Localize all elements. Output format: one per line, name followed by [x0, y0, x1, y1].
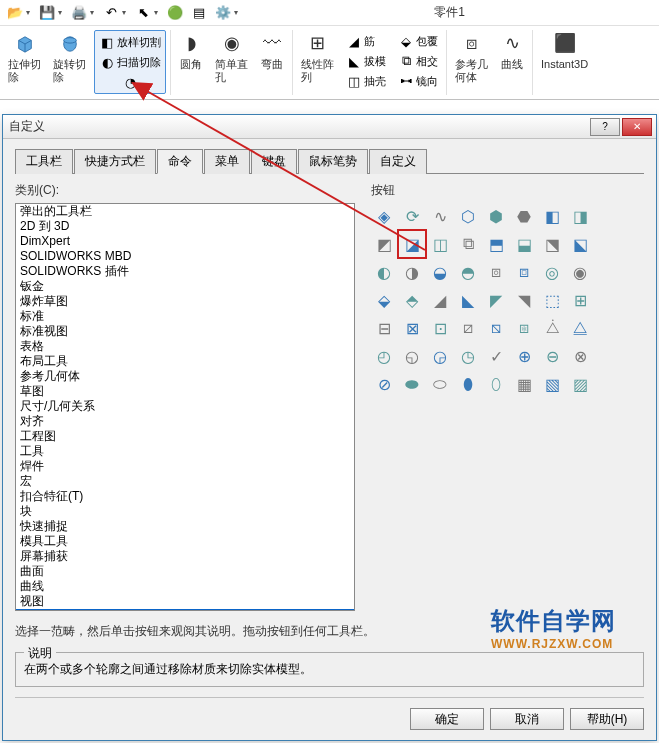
feature-icon-button[interactable]: ◤ [483, 287, 509, 313]
intersect-button[interactable]: ⧉相交 [396, 52, 440, 70]
save-icon[interactable]: 💾 [36, 3, 58, 23]
feature-icon-button[interactable]: ⧄ [455, 315, 481, 341]
settings-icon[interactable]: ⚙️ [212, 3, 234, 23]
list-item[interactable]: 模具工具 [16, 534, 354, 549]
bend-button[interactable]: 〰弯曲 [256, 30, 288, 86]
undo-icon[interactable]: ↶ [100, 3, 122, 23]
feature-icon-button[interactable]: ◴ [371, 343, 397, 369]
feature-icon-button[interactable]: ⬣ [511, 203, 537, 229]
list-item[interactable]: 草图 [16, 384, 354, 399]
feature-icon-button[interactable]: ◈ [371, 203, 397, 229]
tab-6[interactable]: 自定义 [369, 149, 427, 174]
list-item[interactable]: 视图 [16, 594, 354, 609]
list-item[interactable]: 屏幕捕获 [16, 549, 354, 564]
open-icon[interactable]: 📂 [4, 3, 26, 23]
feature-icon-button[interactable]: ▦ [511, 371, 537, 397]
draft-button[interactable]: ◣拔模 [344, 52, 388, 70]
rebuild-icon[interactable]: 🟢 [164, 3, 186, 23]
tab-2[interactable]: 命令 [157, 149, 203, 174]
extruded-cut-button[interactable]: 拉伸切 除 [4, 30, 45, 94]
feature-icon-button[interactable]: ⬭ [427, 371, 453, 397]
feature-icon-button[interactable]: ∿ [427, 203, 453, 229]
list-item[interactable]: 特征 [16, 609, 354, 611]
list-item[interactable]: 标准 [16, 309, 354, 324]
feature-icon-button[interactable]: ▧ [539, 371, 565, 397]
loft-cut-button[interactable]: ◧放样切割 [97, 33, 163, 51]
list-item[interactable]: 宏 [16, 474, 354, 489]
shell-button[interactable]: ◫抽壳 [344, 72, 388, 90]
linear-pattern-button[interactable]: ⊞线性阵 列 [297, 30, 338, 92]
feature-icon-button[interactable]: ⧈ [511, 259, 537, 285]
cancel-button[interactable]: 取消 [490, 708, 564, 730]
list-item[interactable]: 爆炸草图 [16, 294, 354, 309]
feature-icon-button[interactable]: ⊖ [539, 343, 565, 369]
feature-icon-button[interactable]: ◵ [399, 343, 425, 369]
revolved-cut-button[interactable]: 旋转切 除 [49, 30, 90, 94]
list-item[interactable]: 参考几何体 [16, 369, 354, 384]
feature-icon-button[interactable]: ⧅ [483, 315, 509, 341]
swept-cut-button[interactable]: ◐扫描切除 [97, 53, 163, 71]
feature-icon-button[interactable]: ◎ [539, 259, 565, 285]
help-button[interactable]: ? [590, 118, 620, 136]
feature-icon-button[interactable]: ◧ [539, 203, 565, 229]
feature-icon-button[interactable]: ⬕ [567, 231, 593, 257]
dropdown-icon[interactable]: ▾ [234, 8, 238, 17]
feature-icon-button[interactable]: ⬚ [539, 287, 565, 313]
feature-icon-button[interactable]: ◶ [427, 343, 453, 369]
list-item[interactable]: 快速捕捉 [16, 519, 354, 534]
list-item[interactable]: 布局工具 [16, 354, 354, 369]
dropdown-icon[interactable]: ▾ [122, 8, 126, 17]
list-item[interactable]: 焊件 [16, 459, 354, 474]
feature-icon-button[interactable]: ⬡ [455, 203, 481, 229]
feature-icon-button[interactable]: ⬢ [483, 203, 509, 229]
feature-icon-button[interactable]: ⧋ [567, 315, 593, 341]
feature-icon-button[interactable]: ◨ [567, 203, 593, 229]
dropdown-icon[interactable]: ▾ [154, 8, 158, 17]
feature-icon-button[interactable]: ◓ [455, 259, 481, 285]
feature-icon-button[interactable]: ⬒ [483, 231, 509, 257]
print-icon[interactable]: 🖨️ [68, 3, 90, 23]
feature-icon-button[interactable]: ⊗ [567, 343, 593, 369]
tab-5[interactable]: 鼠标笔势 [298, 149, 368, 174]
feature-icon-button[interactable]: ▨ [567, 371, 593, 397]
list-item[interactable]: 表格 [16, 339, 354, 354]
curves-button[interactable]: ∿曲线 [496, 30, 528, 86]
ok-button[interactable]: 确定 [410, 708, 484, 730]
feature-icon-button[interactable]: ⬓ [511, 231, 537, 257]
feature-icon-button[interactable]: ⟳ [399, 203, 425, 229]
feature-icon-button[interactable]: ⊘ [371, 371, 397, 397]
list-item[interactable]: 工具 [16, 444, 354, 459]
tab-0[interactable]: 工具栏 [15, 149, 73, 174]
feature-icon-button[interactable]: ⬯ [483, 371, 509, 397]
dropdown-icon[interactable]: ▾ [58, 8, 62, 17]
target-icon-button[interactable]: ◔ [97, 73, 163, 91]
list-item[interactable]: 曲面 [16, 564, 354, 579]
feature-icon-button[interactable]: ⧊ [539, 315, 565, 341]
help-button[interactable]: 帮助(H) [570, 708, 644, 730]
dropdown-icon[interactable]: ▾ [90, 8, 94, 17]
feature-icon-button[interactable]: ⊠ [399, 315, 425, 341]
fillet-button[interactable]: ◗圆角 [175, 30, 207, 86]
feature-icon-button[interactable]: ⧆ [511, 315, 537, 341]
categories-listbox[interactable]: 弹出的工具栏2D 到 3DDimXpertSOLIDWORKS MBDSOLID… [15, 203, 355, 611]
feature-icon-button[interactable]: ◐ [371, 259, 397, 285]
tab-4[interactable]: 键盘 [251, 149, 297, 174]
feature-icon-button[interactable]: ◉ [567, 259, 593, 285]
dropdown-icon[interactable]: ▾ [26, 8, 30, 17]
feature-icon-button[interactable]: ✓ [483, 343, 509, 369]
list-item[interactable]: 工程图 [16, 429, 354, 444]
rib-button[interactable]: ◢筋 [344, 32, 388, 50]
instant3d-button[interactable]: ⬛Instant3D [537, 30, 592, 73]
list-item[interactable]: 标准视图 [16, 324, 354, 339]
list-item[interactable]: 弹出的工具栏 [16, 204, 354, 219]
close-button[interactable]: ✕ [622, 118, 652, 136]
feature-icon-button[interactable]: ⬬ [399, 371, 425, 397]
list-item[interactable]: 钣金 [16, 279, 354, 294]
mirror-button[interactable]: ⧿镜向 [396, 72, 440, 90]
list-item[interactable]: 2D 到 3D [16, 219, 354, 234]
feature-icon-button[interactable]: ⧉ [455, 231, 481, 257]
list-item[interactable]: SOLIDWORKS 插件 [16, 264, 354, 279]
list-item[interactable]: 对齐 [16, 414, 354, 429]
hole-button[interactable]: ◉简单直 孔 [211, 30, 252, 86]
feature-icon-button[interactable]: ⬔ [539, 231, 565, 257]
